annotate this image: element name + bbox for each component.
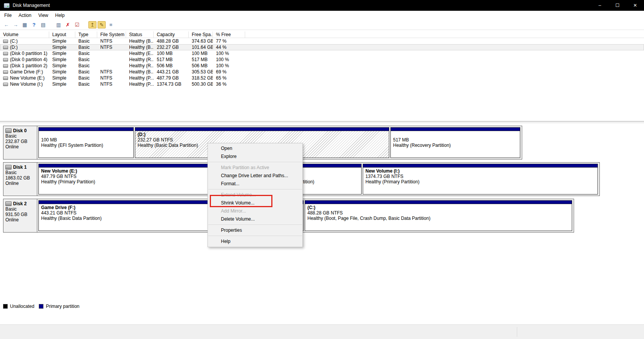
column-header-volume[interactable]: Volume — [0, 32, 49, 38]
column-header-type[interactable]: Type — [75, 32, 97, 38]
disk-stack: Disk 0Basic232.87 GBOnline100 MBHealthy … — [3, 126, 644, 233]
column-header-status[interactable]: Status — [126, 32, 154, 38]
partition-status: Healthy (Primary Partition) — [365, 179, 598, 184]
legend-label-primary-partition: Primary partition — [46, 304, 79, 309]
disk-icon — [5, 201, 12, 206]
disk-status: Online — [5, 217, 36, 223]
volume-row-disk-1-partition-2[interactable]: (Disk 1 partition 2)SimpleBasicHealthy (… — [0, 63, 644, 69]
help-icon[interactable]: ? — [30, 21, 38, 28]
volume-icon — [3, 52, 8, 55]
delete-volume-icon[interactable]: ✗ — [64, 21, 72, 28]
context-menu-item-add-mirror: Add Mirror... — [208, 207, 302, 215]
column-header-free-spa[interactable]: Free Spa... — [189, 32, 213, 38]
titlebar: Disk Management – ☐ ✕ — [0, 0, 644, 11]
context-menu-item-help[interactable]: Help — [208, 238, 302, 246]
disk-size: 232.87 GB — [5, 139, 36, 144]
window-controls: – ☐ ✕ — [591, 0, 644, 11]
context-menu-item-explore[interactable]: Explore — [208, 153, 302, 161]
legend: UnallocatedPrimary partition — [3, 304, 84, 309]
disk-management-app-icon — [4, 3, 10, 8]
disk-name: Disk 2 — [13, 201, 27, 206]
volume-icon — [3, 40, 8, 43]
disk-strip: Game Drive (F:)443.21 GB NTFSHealthy (Ba… — [37, 199, 574, 232]
context-menu-item-extend-volume: Extend Volume... — [208, 191, 302, 199]
menu-file[interactable]: File — [1, 12, 15, 19]
partition-size: 100 MB — [41, 137, 133, 143]
context-menu-item-open[interactable]: Open — [208, 145, 302, 153]
partition-title: New Volume (I:) — [365, 168, 598, 174]
volume-row-new-volume-i[interactable]: New Volume (I:)SimpleBasicNTFSHealthy (P… — [0, 81, 644, 87]
partition-title — [41, 132, 133, 137]
forward-icon[interactable]: → — [12, 21, 20, 28]
volume-row-d[interactable]: (D:)SimpleBasicNTFSHealthy (B...232.27 G… — [0, 44, 644, 50]
show-action-pane-icon[interactable]: ▤ — [39, 21, 47, 28]
folder-edit-icon[interactable]: ✎ — [98, 21, 106, 28]
partition-100-mb[interactable]: 100 MBHealthy (EFI System Partition) — [38, 127, 134, 158]
disk-icon — [5, 165, 12, 170]
context-menu-item-properties[interactable]: Properties — [208, 226, 302, 234]
volume-row-new-volume-e[interactable]: New Volume (E:)SimpleBasicNTFSHealthy (P… — [0, 75, 644, 81]
context-menu-item-shrink-volume[interactable]: Shrink Volume... — [208, 199, 302, 207]
disk-size: 1863.02 GB — [5, 175, 36, 181]
volume-icon — [3, 70, 8, 74]
graphical-view-pane: Disk 0Basic232.87 GBOnline100 MBHealthy … — [0, 123, 644, 324]
context-menu-item-mark-partition-as-active: Mark Partition as Active — [208, 164, 302, 172]
minimize-button[interactable]: – — [591, 0, 609, 11]
statusbar-divider — [517, 327, 517, 337]
volume-icon — [3, 64, 8, 68]
partition-517-mb[interactable]: 517 MBHealthy (Recovery Partition) — [390, 127, 520, 158]
partition-c[interactable]: (C:)488.28 GB NTFSHealthy (Boot, Page Fi… — [305, 200, 572, 231]
toolbar: ←→▦?▤▥✗☑↥✎≡ — [0, 20, 644, 30]
rescan-disks-icon[interactable]: ▥ — [55, 21, 63, 28]
disk-type: Basic — [5, 133, 36, 139]
partition-status: Healthy (Recovery Partition) — [393, 143, 520, 148]
disk-status: Online — [5, 144, 36, 150]
mark-partition-icon[interactable]: ☑ — [73, 21, 81, 28]
disk-name: Disk 0 — [13, 128, 27, 133]
legend-swatch-unallocated — [3, 304, 8, 309]
menu-action[interactable]: Action — [15, 12, 35, 19]
disk-type: Basic — [5, 170, 36, 175]
partition-title — [393, 132, 520, 137]
partition-size: 517 MB — [393, 137, 520, 143]
back-icon[interactable]: ← — [2, 21, 10, 28]
disk-label-disk-1[interactable]: Disk 1Basic1863.02 GBOnline — [3, 163, 37, 196]
menu-view[interactable]: View — [35, 12, 52, 19]
partition-new-volume-i[interactable]: New Volume (I:)1374.73 GB NTFSHealthy (P… — [363, 164, 598, 194]
volume-row-c[interactable]: (C:)SimpleBasicNTFSHealthy (B...488.28 G… — [0, 38, 644, 44]
menubar: FileActionViewHelp — [0, 11, 644, 20]
disk-size: 931.50 GB — [5, 212, 36, 217]
column-header-file-system[interactable]: File System — [97, 32, 126, 38]
partition-status: Healthy (EFI System Partition) — [41, 143, 133, 148]
column-header-layout[interactable]: Layout — [49, 32, 75, 38]
context-menu-item-delete-volume[interactable]: Delete Volume... — [208, 215, 302, 223]
folder-up-icon[interactable]: ↥ — [88, 21, 96, 28]
volume-icon — [3, 76, 8, 80]
volume-table: VolumeLayoutTypeFile SystemStatusCapacit… — [0, 32, 644, 87]
column-header-capacity[interactable]: Capacity — [154, 32, 189, 38]
partition-size: 232.27 GB NTFS — [138, 137, 389, 143]
context-menu-item-format[interactable]: Format... — [208, 180, 302, 188]
disk-status: Online — [5, 181, 36, 186]
disk-label-disk-0[interactable]: Disk 0Basic232.87 GBOnline — [3, 126, 37, 159]
partition-color-band — [363, 164, 598, 168]
show-console-tree-icon[interactable]: ▦ — [21, 21, 29, 28]
disk-label-disk-2[interactable]: Disk 2Basic931.50 GBOnline — [3, 199, 37, 232]
column-header-free[interactable]: % Free — [213, 32, 245, 38]
partition-color-band — [135, 128, 389, 131]
partition-size: 488.28 GB NTFS — [307, 210, 572, 216]
disk-management-window: Disk Management – ☐ ✕ FileActionViewHelp… — [0, 0, 644, 339]
menu-separator — [208, 189, 302, 189]
menu-help[interactable]: Help — [52, 12, 68, 19]
partition-size: 1374.73 GB NTFS — [365, 174, 598, 179]
disk-type: Basic — [5, 206, 36, 212]
list-view-icon[interactable]: ≡ — [107, 21, 115, 28]
close-button[interactable]: ✕ — [626, 0, 644, 11]
partition-color-band — [39, 128, 133, 131]
maximize-button[interactable]: ☐ — [609, 0, 626, 11]
volume-row-disk-0-partition-4[interactable]: (Disk 0 partition 4)SimpleBasicHealthy (… — [0, 56, 644, 63]
context-menu-item-change-drive-letter-and-paths[interactable]: Change Drive Letter and Paths... — [208, 172, 302, 180]
partition-status: Healthy (Boot, Page File, Crash Dump, Ba… — [307, 216, 572, 221]
volume-row-disk-0-partition-1[interactable]: (Disk 0 partition 1)SimpleBasicHealthy (… — [0, 50, 644, 56]
volume-row-game-drive-f[interactable]: Game Drive (F:)SimpleBasicNTFSHealthy (B… — [0, 69, 644, 75]
